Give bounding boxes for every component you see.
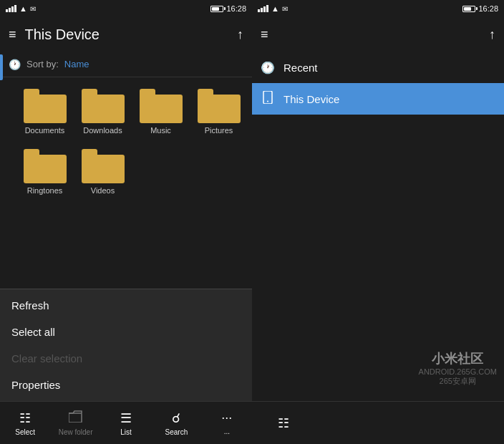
more-label: ... — [224, 428, 230, 435]
nav-label-recent: Recent — [284, 62, 318, 74]
folder-icon-downloads — [82, 89, 125, 123]
folder-label-ringtones: Ringtones — [27, 186, 63, 195]
folder-music[interactable]: Music — [133, 83, 188, 140]
status-icons-left: ▲ ✉ — [6, 4, 36, 13]
left-nav — [0, 77, 3, 289]
folder-icon-documents — [24, 89, 67, 123]
wifi-icon-right: ▲ — [271, 4, 279, 13]
search-label: Search — [165, 428, 188, 436]
toolbar-select-right[interactable]: ☷ — [252, 402, 315, 444]
time-display-right: 16:28 — [478, 4, 498, 13]
toolbar-search[interactable]: ☌ Search — [151, 402, 201, 444]
new-folder-label: New folder — [59, 428, 93, 436]
folder-pictures[interactable]: Pictures — [191, 83, 246, 140]
file-area: Documents Downloads Music — [0, 77, 252, 289]
sort-value[interactable]: Name — [64, 59, 89, 69]
title-bar-right: ≡ ↑ — [252, 17, 504, 52]
time-display-left: 16:28 — [226, 4, 246, 13]
folder-label-downloads: Downloads — [83, 126, 122, 135]
clock-icon: 🕐 — [9, 59, 21, 70]
watermark: 小米社区 ANDROID.265G.COM 265安卓网 — [419, 350, 497, 387]
folder-icon-ringtones — [24, 149, 67, 183]
folder-label-videos: Videos — [91, 186, 115, 195]
folder-label-documents: Documents — [25, 126, 65, 135]
context-clear-selection: Clear selection — [0, 345, 252, 372]
context-select-all[interactable]: Select all — [0, 319, 252, 345]
status-bar-left: ▲ ✉ 16:28 — [0, 0, 252, 17]
status-icons-right-left: ▲ ✉ — [258, 4, 288, 13]
toolbar-list[interactable]: ☰ List — [101, 402, 151, 444]
message-icon: ✉ — [30, 5, 36, 13]
folder-label-music: Music — [150, 126, 171, 135]
folder-ringtones[interactable]: Ringtones — [17, 143, 72, 201]
status-icons-right: 16:28 — [210, 4, 246, 13]
battery-icon — [210, 6, 223, 12]
sort-label: Sort by: — [26, 59, 59, 69]
upload-icon[interactable]: ↑ — [237, 27, 243, 42]
more-icon: ··· — [221, 410, 232, 425]
folder-icon-music — [140, 89, 183, 123]
select-icon-right: ☷ — [278, 415, 289, 431]
nav-label-this-device: This Device — [284, 93, 339, 105]
nav-item-recent[interactable]: 🕐 Recent — [252, 52, 504, 83]
folder-downloads[interactable]: Downloads — [75, 83, 130, 140]
select-icon: ☷ — [19, 410, 31, 426]
wifi-icon: ▲ — [19, 4, 27, 13]
folder-videos[interactable]: Videos — [75, 143, 130, 201]
toolbar-select[interactable]: ☷ Select — [0, 402, 50, 444]
signal-icon — [6, 5, 16, 12]
folder-label-pictures: Pictures — [205, 126, 233, 135]
bottom-toolbar: ☷ Select New folder ☰ List ☌ Search ··· … — [0, 401, 252, 444]
battery-icon-right — [462, 6, 475, 12]
device-icon — [261, 91, 275, 107]
signal-icon-right — [258, 5, 268, 12]
status-right-right: 16:28 — [462, 4, 498, 13]
title-bar-left: ≡ This Device ↑ — [0, 17, 252, 52]
svg-rect-0 — [69, 413, 82, 423]
select-label: Select — [15, 428, 35, 436]
watermark-en2: 265安卓网 — [419, 376, 497, 387]
hamburger-icon[interactable]: ≡ — [9, 27, 16, 42]
folder-documents[interactable]: Documents — [17, 83, 72, 140]
new-folder-icon — [69, 410, 83, 426]
folder-grid: Documents Downloads Music — [6, 83, 246, 201]
search-icon: ☌ — [172, 410, 180, 426]
list-icon: ☰ — [120, 410, 132, 426]
watermark-cn: 小米社区 — [419, 350, 497, 367]
upload-icon-right[interactable]: ↑ — [489, 27, 495, 42]
list-label: List — [120, 428, 132, 436]
folder-icon-videos — [82, 149, 125, 183]
clock-icon-recent: 🕐 — [261, 61, 275, 74]
watermark-en: ANDROID.265G.COM — [419, 367, 497, 376]
page-title: This Device — [25, 26, 228, 43]
svg-point-2 — [267, 101, 268, 102]
bottom-toolbar-right: ☷ — [252, 401, 504, 444]
nav-item-this-device[interactable]: This Device — [252, 83, 504, 115]
context-properties[interactable]: Properties — [0, 372, 252, 398]
message-icon-right: ✉ — [282, 5, 288, 13]
toolbar-new-folder[interactable]: New folder — [50, 402, 100, 444]
toolbar-more[interactable]: ··· ... — [202, 402, 252, 444]
nav-list: 🕐 Recent This Device — [252, 52, 504, 401]
folder-icon-pictures — [198, 89, 241, 123]
left-panel: ▲ ✉ 16:28 ≡ This Device ↑ 🕐 Sort by: Nam… — [0, 0, 252, 444]
hamburger-icon-right[interactable]: ≡ — [261, 27, 268, 42]
context-refresh[interactable]: Refresh — [0, 292, 252, 319]
status-bar-right: ▲ ✉ 16:28 — [252, 0, 504, 17]
context-menu: Refresh Select all Clear selection Prope… — [0, 289, 252, 401]
nav-indicator — [0, 77, 3, 80]
right-panel: ▲ ✉ 16:28 ≡ ↑ 🕐 Recent This D — [252, 0, 504, 444]
sort-bar: 🕐 Sort by: Name — [0, 52, 252, 77]
